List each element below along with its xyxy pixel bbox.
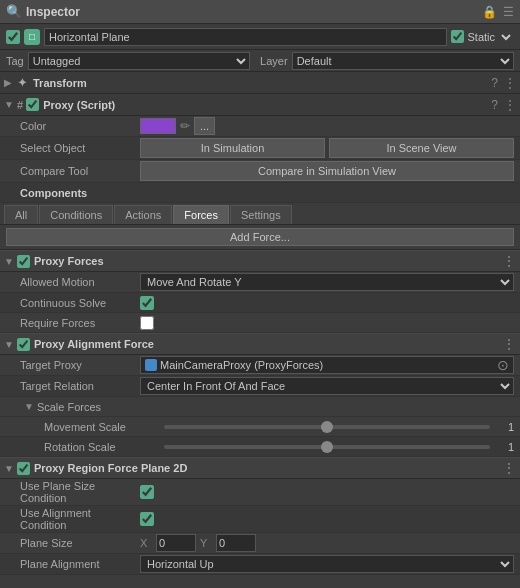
target-relation-row: Target Relation Center In Front Of And F… <box>0 376 520 397</box>
tab-conditions[interactable]: Conditions <box>39 205 113 224</box>
color-dots-button[interactable]: ... <box>194 117 215 135</box>
components-label: Components <box>20 187 140 199</box>
continuous-solve-label: Continuous Solve <box>20 297 140 309</box>
proxy-region-force-section[interactable]: ▼ Proxy Region Force Plane 2D ⋮ <box>0 457 520 479</box>
select-object-value: In Simulation In Scene View <box>140 138 514 158</box>
title-bar-icons: 🔒 ☰ <box>482 5 514 19</box>
plane-size-x-label: X <box>140 537 152 549</box>
proxy-region-arrow-icon: ▼ <box>4 463 14 474</box>
target-proxy-text: MainCameraProxy (ProxyForces) <box>160 359 494 371</box>
proxy-forces-section[interactable]: ▼ Proxy Forces ⋮ <box>0 250 520 272</box>
static-group: Static ▾ <box>451 28 514 46</box>
tag-dropdown[interactable]: Untagged <box>28 52 250 70</box>
continuous-solve-row: Continuous Solve <box>0 293 520 313</box>
continuous-solve-value <box>140 296 514 310</box>
proxy-forces-menu-icon[interactable]: ⋮ <box>502 253 516 269</box>
tab-all[interactable]: All <box>4 205 38 224</box>
object-header: □ Static ▾ <box>0 24 520 50</box>
color-value: ✏ ... <box>140 117 514 135</box>
inspector-icon: 🔍 <box>6 4 22 19</box>
transform-menu-icon[interactable]: ⋮ <box>504 76 516 90</box>
allowed-motion-value: Move And Rotate Y <box>140 273 514 291</box>
transform-icon: ✦ <box>17 75 28 90</box>
continuous-solve-checkbox[interactable] <box>140 296 154 310</box>
add-force-row: Add Force... <box>0 225 520 250</box>
require-forces-label: Require Forces <box>20 317 140 329</box>
static-dropdown[interactable]: ▾ <box>498 28 514 46</box>
movement-scale-slider[interactable] <box>164 425 490 429</box>
target-relation-select[interactable]: Center In Front Of And Face <box>140 377 514 395</box>
proxy-alignment-checkbox[interactable] <box>17 338 30 351</box>
proxy-region-menu-icon[interactable]: ⋮ <box>502 460 516 476</box>
movement-scale-label: Movement Scale <box>44 421 164 433</box>
target-proxy-field[interactable]: MainCameraProxy (ProxyForces) ⊙ <box>140 356 514 374</box>
target-proxy-pick-icon[interactable]: ⊙ <box>497 357 509 373</box>
use-plane-size-checkbox[interactable] <box>140 485 154 499</box>
select-object-label: Select Object <box>20 142 140 154</box>
rotation-scale-label: Rotation Scale <box>44 441 164 453</box>
tag-label: Tag <box>6 55 24 67</box>
use-alignment-value <box>140 512 514 526</box>
pencil-icon[interactable]: ✏ <box>180 119 190 133</box>
allowed-motion-select[interactable]: Move And Rotate Y <box>140 273 514 291</box>
color-label: Color <box>20 120 140 132</box>
movement-scale-row: Movement Scale 1 <box>0 417 520 437</box>
plane-size-y-label: Y <box>200 537 212 549</box>
use-alignment-checkbox[interactable] <box>140 512 154 526</box>
proxy-region-checkbox[interactable] <box>17 462 30 475</box>
color-row: Color ✏ ... <box>0 116 520 137</box>
proxy-help-icon[interactable]: ? <box>491 98 498 112</box>
tab-forces[interactable]: Forces <box>173 205 229 224</box>
plane-size-value: X Y <box>140 534 514 552</box>
require-forces-checkbox[interactable] <box>140 316 154 330</box>
transform-help-icon[interactable]: ? <box>491 76 498 90</box>
layer-dropdown[interactable]: Default <box>292 52 514 70</box>
plane-size-x-input[interactable] <box>156 534 196 552</box>
use-plane-size-row: Use Plane Size Condition <box>0 479 520 506</box>
plane-alignment-select[interactable]: Horizontal Up <box>140 555 514 573</box>
in-scene-view-button[interactable]: In Scene View <box>329 138 514 158</box>
add-force-button[interactable]: Add Force... <box>6 228 514 246</box>
proxy-section-header[interactable]: ▼ # Proxy (Script) ? ⋮ <box>0 94 520 116</box>
compare-simulation-button[interactable]: Compare in Simulation View <box>140 161 514 181</box>
menu-icon[interactable]: ☰ <box>503 5 514 19</box>
scale-forces-row: ▼ Scale Forces <box>0 397 520 417</box>
require-forces-row: Require Forces <box>0 313 520 333</box>
components-label-row: Components <box>0 183 520 203</box>
object-active-checkbox[interactable] <box>6 30 20 44</box>
require-forces-value <box>140 316 514 330</box>
transform-title: Transform <box>33 77 491 89</box>
proxy-alignment-title: Proxy Alignment Force <box>34 338 502 350</box>
proxy-forces-arrow-icon: ▼ <box>4 256 14 267</box>
allowed-motion-label: Allowed Motion <box>20 276 140 288</box>
target-relation-label: Target Relation <box>20 380 140 392</box>
lock-icon[interactable]: 🔒 <box>482 5 497 19</box>
target-proxy-row: Target Proxy MainCameraProxy (ProxyForce… <box>0 355 520 376</box>
target-proxy-icon <box>145 359 157 371</box>
in-simulation-button[interactable]: In Simulation <box>140 138 325 158</box>
allowed-motion-row: Allowed Motion Move And Rotate Y <box>0 272 520 293</box>
use-alignment-label: Use Alignment Condition <box>20 507 140 531</box>
proxy-alignment-force-section[interactable]: ▼ Proxy Alignment Force ⋮ <box>0 333 520 355</box>
rotation-scale-slider[interactable] <box>164 445 490 449</box>
proxy-menu-icon[interactable]: ⋮ <box>504 98 516 112</box>
proxy-alignment-menu-icon[interactable]: ⋮ <box>502 336 516 352</box>
tab-settings[interactable]: Settings <box>230 205 292 224</box>
plane-size-y-input[interactable] <box>216 534 256 552</box>
target-proxy-value-container: MainCameraProxy (ProxyForces) ⊙ <box>140 356 514 374</box>
tab-actions[interactable]: Actions <box>114 205 172 224</box>
movement-scale-value: 1 <box>164 421 514 433</box>
use-alignment-row: Use Alignment Condition <box>0 506 520 533</box>
proxy-hash-icon: # <box>17 99 23 111</box>
proxy-active-checkbox[interactable] <box>26 98 39 111</box>
proxy-forces-checkbox[interactable] <box>17 255 30 268</box>
title-bar-label: Inspector <box>26 5 80 19</box>
object-name-input[interactable] <box>44 28 447 46</box>
proxy-forces-title: Proxy Forces <box>34 255 502 267</box>
transform-arrow-icon: ▶ <box>4 77 14 88</box>
color-swatch[interactable] <box>140 118 176 134</box>
transform-section-header[interactable]: ▶ ✦ Transform ? ⋮ <box>0 72 520 94</box>
plane-alignment-row: Plane Alignment Horizontal Up <box>0 554 520 575</box>
movement-scale-number: 1 <box>494 421 514 433</box>
static-checkbox[interactable] <box>451 30 464 43</box>
